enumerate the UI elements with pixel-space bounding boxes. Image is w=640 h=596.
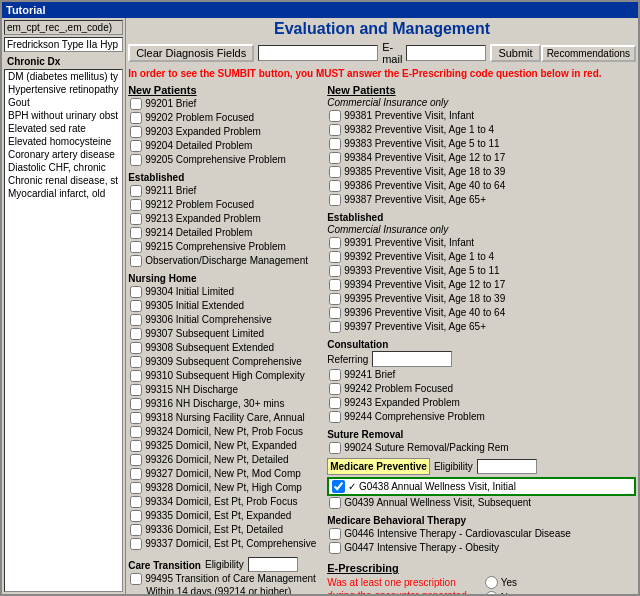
code-item-99201: 99201 Brief (128, 97, 323, 111)
checkbox-99396[interactable] (329, 307, 341, 319)
suture-section: Suture Removal 99024 Suture Removal/Pack… (327, 427, 636, 455)
checkbox-99385[interactable] (329, 166, 341, 178)
established-section: Established 99211 Brief 99212 Problem Fo… (128, 170, 323, 268)
main-window: Tutorial em_cpt_rec_,em_code) Fredrickso… (0, 0, 640, 596)
checkbox-99308[interactable] (130, 342, 142, 354)
yes-label: Yes (501, 577, 517, 588)
code-item-g0439: G0439 Annual Wellness Visit, Subsequent (327, 496, 636, 510)
checkbox-99326[interactable] (130, 454, 142, 466)
checkbox-99387[interactable] (329, 194, 341, 206)
list-item[interactable]: Gout (5, 96, 122, 109)
checkbox-99316[interactable] (130, 398, 142, 410)
checkbox-99212[interactable] (130, 199, 142, 211)
checkbox-99393[interactable] (329, 265, 341, 277)
top-controls-row: Clear Diagnosis Fields E-mail Submit Rec… (128, 41, 636, 65)
checkbox-99024[interactable] (329, 442, 341, 454)
medicare-eligibility-input[interactable] (477, 459, 537, 474)
checkbox-99203[interactable] (130, 126, 142, 138)
checkbox-99328[interactable] (130, 482, 142, 494)
checkbox-99395[interactable] (329, 293, 341, 305)
checkbox-99336[interactable] (130, 524, 142, 536)
referring-input[interactable] (372, 351, 452, 367)
checkbox-99382[interactable] (329, 124, 341, 136)
list-item[interactable]: Elevated sed rate (5, 122, 122, 135)
checkbox-99318[interactable] (130, 412, 142, 424)
radio-yes-input[interactable] (485, 576, 498, 589)
list-item[interactable]: Diastolic CHF, chronic (5, 161, 122, 174)
checkbox-99337[interactable] (130, 538, 142, 550)
checkbox-99306[interactable] (130, 314, 142, 326)
checkbox-99391[interactable] (329, 237, 341, 249)
checkbox-99310[interactable] (130, 370, 142, 382)
checkbox-99205[interactable] (130, 154, 142, 166)
checkbox-g0447[interactable] (329, 542, 341, 554)
care-eligibility-input[interactable] (248, 557, 298, 572)
nursing-home-label: Nursing Home (128, 273, 323, 284)
consultation-label: Consultation (327, 339, 636, 350)
checkbox-99204[interactable] (130, 140, 142, 152)
checkbox-99309[interactable] (130, 356, 142, 368)
checkbox-99386[interactable] (329, 180, 341, 192)
checkbox-99241[interactable] (329, 369, 341, 381)
code-item-99215: 99215 Comprehensive Problem (128, 240, 323, 254)
checkbox-99315[interactable] (130, 384, 142, 396)
list-item[interactable]: Myocardial infarct, old (5, 187, 122, 200)
checkbox-99211[interactable] (130, 185, 142, 197)
checkbox-99392[interactable] (329, 251, 341, 263)
code-item-99325: 99325 Domicil, New Pt, Expanded (128, 439, 323, 453)
checkbox-obs[interactable] (130, 255, 142, 267)
main-panel: Evaluation and Management Clear Diagnosi… (126, 18, 638, 594)
list-item[interactable]: Hypertensive retinopathy (5, 83, 122, 96)
checkbox-99383[interactable] (329, 138, 341, 150)
checkbox-99335[interactable] (130, 510, 142, 522)
right-new-patients-label: New Patients (327, 84, 636, 96)
diagnosis-input[interactable] (258, 45, 378, 61)
list-item[interactable]: DM (diabetes mellitus) ty (5, 70, 122, 83)
checkbox-99394[interactable] (329, 279, 341, 291)
checkbox-99215[interactable] (130, 241, 142, 253)
checkbox-99305[interactable] (130, 300, 142, 312)
checkbox-99307[interactable] (130, 328, 142, 340)
code-item-99387: 99387 Preventive Visit, Age 65+ (327, 193, 636, 207)
nursing-home-section: Nursing Home 99304 Initial Limited 99305… (128, 271, 323, 551)
checkbox-99202[interactable] (130, 112, 142, 124)
chronic-dx-list: DM (diabetes mellitus) ty Hypertensive r… (4, 69, 123, 592)
sidebar-first-item[interactable]: Fredrickson Type IIa Hyp (4, 37, 123, 52)
code-item-99395: 99395 Preventive Visit, Age 18 to 39 (327, 292, 636, 306)
submit-button[interactable]: Submit (490, 44, 540, 62)
code-item-99392: 99392 Preventive Visit, Age 1 to 4 (327, 250, 636, 264)
checkbox-99325[interactable] (130, 440, 142, 452)
checkbox-99214[interactable] (130, 227, 142, 239)
checkbox-99324[interactable] (130, 426, 142, 438)
care-note-1: Within 14 days (99214 or higher) (128, 586, 323, 594)
checkbox-g0439[interactable] (329, 497, 341, 509)
code-item-99205: 99205 Comprehensive Problem (128, 153, 323, 167)
checkbox-g0446[interactable] (329, 528, 341, 540)
code-item-99327: 99327 Domicil, New Pt, Mod Comp (128, 467, 323, 481)
list-item[interactable]: Coronary artery disease (5, 148, 122, 161)
list-item[interactable]: Chronic renal disease, st (5, 174, 122, 187)
code-item-99204: 99204 Detailed Problem (128, 139, 323, 153)
email-input[interactable] (406, 45, 486, 61)
checkbox-99304[interactable] (130, 286, 142, 298)
checkbox-99495[interactable] (130, 573, 142, 585)
checkbox-g0438[interactable] (332, 480, 345, 493)
checkbox-99334[interactable] (130, 496, 142, 508)
title-text: Tutorial (6, 4, 46, 16)
recommendations-button[interactable]: Recommendations (541, 45, 636, 62)
list-item[interactable]: BPH without urinary obst (5, 109, 122, 122)
checkbox-99244[interactable] (329, 411, 341, 423)
checkbox-99242[interactable] (329, 383, 341, 395)
radio-no-input[interactable] (485, 591, 498, 594)
clear-button[interactable]: Clear Diagnosis Fields (128, 44, 254, 62)
no-label: No (501, 592, 514, 594)
suture-label: Suture Removal (327, 429, 636, 440)
checkbox-99397[interactable] (329, 321, 341, 333)
list-item[interactable]: Elevated homocysteine (5, 135, 122, 148)
checkbox-99201[interactable] (130, 98, 142, 110)
checkbox-99381[interactable] (329, 110, 341, 122)
checkbox-99213[interactable] (130, 213, 142, 225)
checkbox-99327[interactable] (130, 468, 142, 480)
checkbox-99384[interactable] (329, 152, 341, 164)
checkbox-99243[interactable] (329, 397, 341, 409)
